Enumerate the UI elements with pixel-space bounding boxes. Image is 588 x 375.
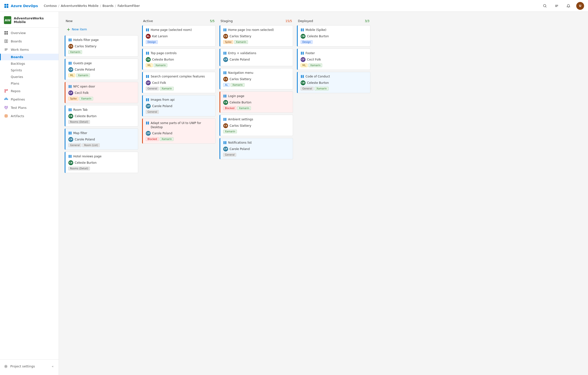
board-card[interactable]: Navigation menuCSCarlos SlatteryALXamari…	[220, 68, 293, 89]
main-content: FabrikamFiber Board New+New item Hotels …	[59, 0, 588, 363]
card-avatar: CB	[301, 34, 306, 39]
sidebar-item-test-plans[interactable]: Test Plans	[0, 103, 59, 112]
board-card[interactable]: FooterCFCecil FolkMLXamarin	[297, 49, 370, 70]
sidebar-item-boards-group[interactable]: Boards	[0, 37, 59, 45]
board-card[interactable]: Images from apiCPCarole PolandGeneral	[142, 95, 216, 116]
card-title: Entry + validations	[228, 51, 256, 55]
sidebar-item-overview[interactable]: Overview	[0, 29, 59, 37]
card-avatar: CP	[146, 104, 151, 109]
card-tag: Xamarin	[308, 63, 322, 67]
card-tag: Room (List)	[82, 143, 100, 147]
breadcrumb: Contoso / AdventureWorks Mobile / Boards…	[44, 4, 140, 8]
card-avatar: KL	[146, 34, 151, 39]
card-username: Cecil Folk	[75, 91, 89, 95]
board-card[interactable]: Hotel reviews pageCBCeleste BurtonRooms …	[65, 152, 138, 173]
board-card[interactable]: Mobile (Spike)CBCeleste BurtonDesign	[297, 25, 370, 47]
artifacts-label: Artifacts	[11, 114, 24, 118]
work-item-icon	[223, 51, 227, 56]
sidebar-item-queries[interactable]: Queries	[0, 74, 59, 80]
svg-line-5	[546, 6, 547, 7]
sidebar-item-plans[interactable]: Plans	[0, 80, 59, 87]
work-item-icon	[68, 108, 72, 112]
plans-label: Plans	[11, 82, 19, 85]
svg-rect-56	[223, 52, 225, 55]
svg-rect-1	[7, 4, 8, 6]
column-header-deployed: Deployed3/3	[297, 18, 370, 25]
user-avatar[interactable]: U	[576, 2, 584, 10]
card-tag: Spike	[223, 40, 233, 44]
sidebar-item-backlogs[interactable]: Backlogs	[0, 60, 59, 67]
board-card[interactable]: Home page (selected room)KLKat LarsonDes…	[142, 25, 216, 47]
column-label-deployed: Deployed	[298, 19, 313, 23]
card-username: Celeste Burton	[75, 161, 97, 164]
work-item-icon	[68, 85, 72, 89]
card-avatar: CP	[223, 57, 228, 62]
board-card[interactable]: Room TabCBCeleste BurtonRooms (Detail)	[65, 105, 138, 126]
svg-rect-6	[555, 5, 558, 5]
pipelines-label: Pipelines	[11, 98, 25, 101]
breadcrumb-project[interactable]: AdventureWorks Mobile	[61, 4, 98, 8]
svg-rect-34	[69, 62, 70, 65]
board-card[interactable]: Code of ConductCBCeleste BurtonGeneralXa…	[297, 72, 370, 93]
work-item-icon	[146, 51, 149, 56]
sprints-label: Sprints	[11, 68, 22, 72]
breadcrumb-boards[interactable]: Boards	[102, 4, 113, 8]
card-avatar: CB	[146, 57, 151, 62]
search-icon[interactable]	[541, 2, 549, 10]
board-card[interactable]: NFC open doorCFCecil FolkSpikeXamarin	[65, 82, 138, 103]
card-title: NFC open door	[73, 85, 95, 89]
svg-rect-69	[303, 52, 304, 55]
new-item-button[interactable]: +New item	[65, 25, 138, 33]
board-card[interactable]: Notifications listCPCarole PolandGeneral	[220, 138, 293, 159]
work-item-icon	[301, 51, 304, 56]
svg-rect-11	[6, 31, 8, 33]
notifications-icon[interactable]	[564, 2, 572, 10]
work-item-icon	[223, 94, 227, 99]
card-tag: Xamarin	[68, 50, 82, 54]
board-card[interactable]: Ambient settingsCSCarlos SlatteryXamarin	[220, 115, 293, 136]
card-username: Celeste Burton	[152, 58, 174, 61]
boards-group-icon	[4, 39, 8, 43]
board-card[interactable]: Login pageCBCeleste BurtonBlockedXamarin	[220, 91, 293, 113]
queries-label: Queries	[11, 75, 23, 79]
board-card[interactable]: Adapt some parts of UI to UWP for Deskto…	[142, 118, 216, 144]
svg-rect-16	[5, 49, 8, 49]
sidebar-item-artifacts[interactable]: Artifacts	[0, 112, 59, 120]
column-active: Active5/5 Home page (selected room)KLKat…	[142, 18, 216, 146]
svg-rect-13	[6, 33, 8, 35]
brand-logo[interactable]: Azure DevOps	[4, 3, 38, 8]
card-tag: Spike	[68, 97, 78, 100]
svg-rect-7	[555, 6, 558, 6]
artifacts-icon	[4, 114, 8, 118]
board-card[interactable]: Guests pageCPCarole PolandMLXamarin	[65, 59, 138, 80]
board-card[interactable]: Search component complex featuresCFCecil…	[142, 72, 216, 93]
sidebar-item-boards[interactable]: Boards	[0, 54, 59, 60]
board-card[interactable]: Map filterCPCarole PolandGeneralRoom (Li…	[65, 128, 138, 150]
svg-rect-29	[5, 115, 7, 117]
sidebar-item-repos[interactable]: Repos	[0, 87, 59, 95]
settings-icon[interactable]	[553, 2, 561, 10]
card-title: Adapt some parts of UI to UWP for Deskto…	[151, 121, 212, 129]
card-tag: Xamarin	[79, 97, 93, 100]
board-card[interactable]: Home page (no room selected)CSCarlos Sla…	[220, 25, 293, 47]
project-settings-button[interactable]: Project settings «	[0, 362, 59, 363]
repos-icon	[4, 89, 8, 93]
board-card[interactable]: Entry + validationsCPCarole Poland	[220, 49, 293, 66]
card-avatar: CF	[68, 90, 73, 95]
sidebar-item-pipelines[interactable]: Pipelines	[0, 95, 59, 103]
board-card[interactable]: Top page controlsCBCeleste BurtonMLXamar…	[142, 49, 216, 70]
sidebar-item-work-items[interactable]: Work Items	[0, 45, 59, 54]
sidebar-item-sprints[interactable]: Sprints	[0, 67, 59, 74]
svg-rect-64	[223, 141, 225, 144]
board-card[interactable]: Hotels filter pageCSCarlos SlatteryXamar…	[65, 35, 138, 57]
svg-rect-42	[69, 155, 70, 158]
card-username: Celeste Burton	[307, 81, 329, 85]
card-username: Carole Poland	[152, 132, 172, 135]
breadcrumb-fabrikam[interactable]: FabrikamFiber	[118, 4, 140, 8]
card-tag: ML	[146, 63, 153, 67]
breadcrumb-contoso[interactable]: Contoso	[44, 4, 57, 8]
card-title: Login page	[228, 94, 244, 98]
svg-rect-38	[69, 108, 70, 111]
card-title: Search component complex features	[151, 75, 205, 79]
svg-rect-3	[7, 6, 8, 8]
